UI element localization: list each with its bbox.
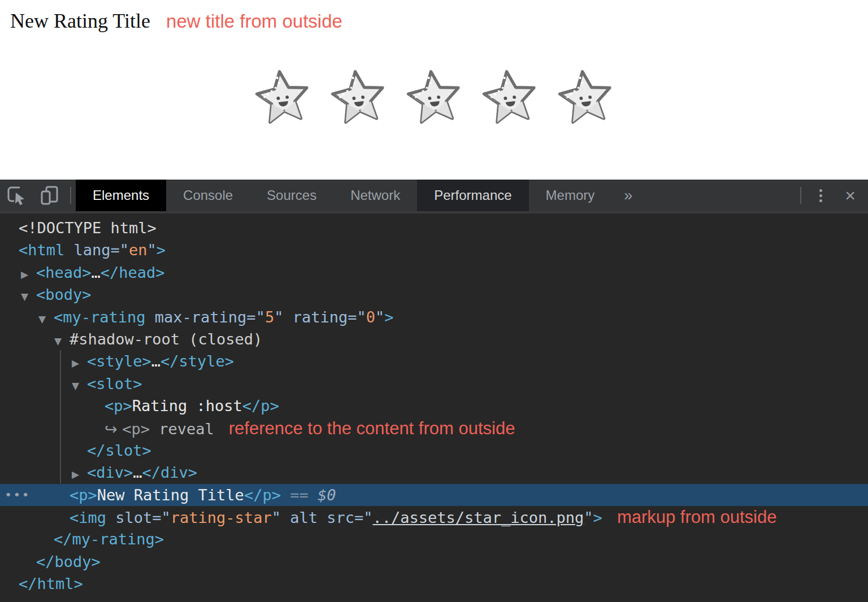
code-token: slot=" <box>106 509 171 526</box>
code-token: " <box>375 308 384 326</box>
star-icon[interactable] <box>401 63 467 130</box>
code-token: > <box>593 509 602 526</box>
code-token: </div> <box>142 464 198 481</box>
code-token: <p> <box>105 397 132 415</box>
code-token: New Rating Title <box>97 486 244 504</box>
code-token: <p> <box>122 420 150 438</box>
code-token: </html> <box>19 575 83 592</box>
tab-network[interactable]: Network <box>333 180 417 211</box>
code-token: alt src=" <box>281 509 373 526</box>
kebab-menu-icon[interactable] <box>819 194 822 197</box>
dom-tree: <!DOCTYPE html><html lang="en">▶<head>…<… <box>0 213 868 602</box>
title-annotation: new title from outside <box>166 11 342 32</box>
dom-tree-line-selected[interactable]: •••<p>New Rating Title</p> == $0 <box>0 484 868 506</box>
dom-tree-line[interactable]: <p>Rating :host</p> <box>0 395 868 417</box>
code-token: </p> <box>242 397 279 415</box>
code-token: 5 <box>265 308 274 326</box>
code-token: " <box>147 241 157 259</box>
dom-tree-line[interactable]: ▶<style>…</style> <box>0 350 868 372</box>
star-icon[interactable] <box>325 63 392 130</box>
tab-performance[interactable]: Performance <box>417 180 528 211</box>
disclosure-arrow-icon[interactable]: ▼ <box>54 330 70 352</box>
code-token: <head> <box>36 264 92 281</box>
code-token: … <box>92 264 101 281</box>
star-rating <box>0 67 868 126</box>
dom-tree-line[interactable]: </html> <box>0 573 868 595</box>
disclosure-arrow-icon[interactable]: ▼ <box>72 375 87 397</box>
code-token: rating=" <box>283 308 366 326</box>
dom-tree-line[interactable]: ▼#shadow-root (closed) <box>0 328 868 350</box>
code-token: <div> <box>87 464 133 481</box>
controls-divider <box>800 187 801 204</box>
code-token: <p> <box>70 486 97 504</box>
dom-tree-line[interactable]: <img slot="rating-star" alt src="../asse… <box>0 506 868 528</box>
tabbar-right-controls: × <box>796 180 868 211</box>
code-token: </style> <box>160 352 234 370</box>
code-token: " <box>274 308 283 326</box>
code-token: ↪ <box>105 420 122 438</box>
code-token: en <box>129 241 147 259</box>
code-token: <style> <box>87 352 151 370</box>
close-icon[interactable]: × <box>845 186 856 204</box>
annotation-note: reference to the content from outside <box>229 418 515 438</box>
page-title: New Rating Title <box>10 9 150 33</box>
code-token: <my-rating <box>54 308 146 326</box>
dom-tree-line[interactable]: ▶<div>…</div> <box>0 461 868 483</box>
source-link[interactable]: ../assets/star_icon.png <box>372 509 584 526</box>
devtools-tabs: ElementsConsoleSourcesNetworkPerformance… <box>76 180 645 211</box>
dom-tree-line[interactable]: ▼<slot> <box>0 373 868 395</box>
dom-tree-line[interactable]: </body> <box>0 551 868 573</box>
disclosure-arrow-icon[interactable]: ▶ <box>72 352 87 374</box>
code-token: </head> <box>101 264 165 281</box>
code-token: <slot> <box>87 375 142 392</box>
inspect-cursor-icon <box>4 183 29 208</box>
dom-tree-line[interactable]: </my-rating> <box>0 528 868 550</box>
tab-more-tabs[interactable]: » <box>611 180 645 211</box>
code-token: </body> <box>36 553 101 570</box>
disclosure-arrow-icon[interactable]: ▶ <box>72 464 87 486</box>
code-token: #shadow-root (closed) <box>70 330 262 348</box>
code-token: Rating :host <box>132 397 242 415</box>
dom-tree-line[interactable]: ▼<body> <box>0 283 868 306</box>
code-token: </p> <box>244 486 281 504</box>
code-token: … <box>151 352 160 370</box>
dom-tree-line[interactable]: </slot> <box>0 439 868 461</box>
toolbar-divider <box>70 187 71 204</box>
dom-tree-line[interactable]: ▼<my-rating max-rating="5" rating="0"> <box>0 306 868 328</box>
disclosure-arrow-icon[interactable]: ▶ <box>21 264 36 286</box>
devtools-tabbar: ElementsConsoleSourcesNetworkPerformance… <box>0 180 868 213</box>
code-token: > <box>384 308 393 326</box>
device-toolbar-icon <box>37 183 62 208</box>
inspect-button[interactable] <box>0 180 33 211</box>
devtools-panel: ElementsConsoleSourcesNetworkPerformance… <box>0 180 868 602</box>
disclosure-arrow-icon[interactable]: ▼ <box>21 286 36 308</box>
code-token: " <box>272 509 281 526</box>
code-token: <img <box>70 509 106 526</box>
star-icon[interactable] <box>249 63 316 130</box>
more-actions-icon[interactable]: ••• <box>5 484 31 506</box>
tab-elements[interactable]: Elements <box>76 180 166 211</box>
code-token: </my-rating> <box>54 530 164 548</box>
star-icon[interactable] <box>476 63 543 130</box>
dom-tree-line[interactable]: ↪ <p> revealreference to the content fro… <box>0 417 868 439</box>
star-icon[interactable] <box>552 63 619 130</box>
dom-tree-line[interactable]: <html lang="en"> <box>0 239 868 261</box>
code-token: == <box>281 486 318 504</box>
tab-memory[interactable]: Memory <box>529 180 612 211</box>
dom-tree-line[interactable]: <!DOCTYPE html> <box>0 217 868 239</box>
dom-tree-line[interactable]: ▶<head>…</head> <box>0 261 868 283</box>
code-token: … <box>133 464 142 481</box>
code-token: <body> <box>36 286 92 303</box>
tab-sources[interactable]: Sources <box>250 180 333 211</box>
code-token: <html <box>19 241 64 259</box>
code-token: 0 <box>366 308 375 326</box>
code-token: </slot> <box>87 442 151 459</box>
code-token: reveal <box>150 420 214 438</box>
code-token: max-rating=" <box>146 308 265 326</box>
device-toolbar-button[interactable] <box>33 180 66 211</box>
annotation-note: markup from outside <box>617 507 777 527</box>
code-token: > <box>157 241 166 259</box>
code-token: " <box>584 509 593 526</box>
tab-console[interactable]: Console <box>166 180 250 211</box>
disclosure-arrow-icon[interactable]: ▼ <box>38 308 54 330</box>
